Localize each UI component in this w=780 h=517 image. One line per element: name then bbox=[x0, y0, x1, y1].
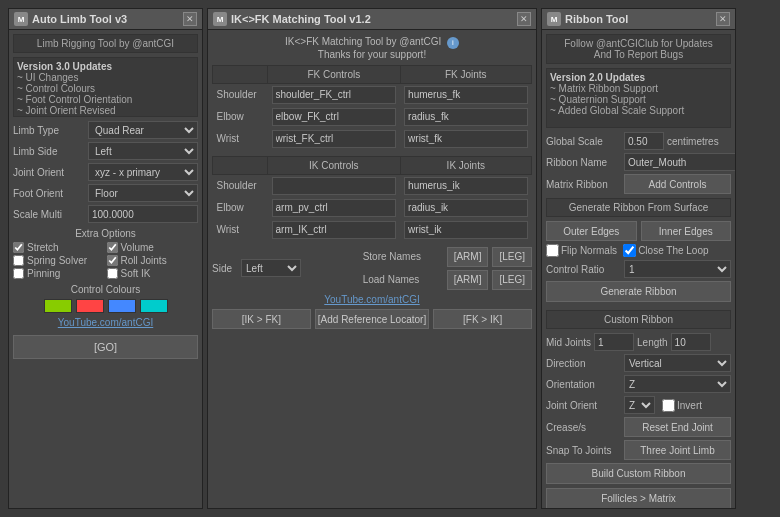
soft-ik-label: Soft IK bbox=[121, 268, 151, 279]
ik-shoulder-joint[interactable] bbox=[404, 177, 527, 195]
color-swatch-4[interactable] bbox=[140, 299, 168, 313]
store-leg-button[interactable]: [LEG] bbox=[492, 247, 532, 267]
add-controls-button[interactable]: Add Controls bbox=[624, 174, 731, 194]
flip-normals-row: Flip Normals Close The Loop bbox=[546, 244, 731, 257]
outer-edges-button[interactable]: Outer Edges bbox=[546, 221, 637, 241]
volume-label: Volume bbox=[121, 242, 154, 253]
fk-elbow-joint[interactable] bbox=[404, 108, 527, 126]
invert-checkbox[interactable] bbox=[662, 399, 675, 412]
ribbon-name-input[interactable] bbox=[624, 153, 735, 171]
fk-shoulder-joint[interactable] bbox=[404, 86, 527, 104]
direction-select[interactable]: Vertical Horizontal bbox=[624, 354, 731, 372]
youtube-link-2[interactable]: YouTube.com/antCGI bbox=[212, 294, 532, 305]
roll-joints-label: Roll Joints bbox=[121, 255, 167, 266]
pinning-checkbox-item: Pinning bbox=[13, 268, 105, 279]
ikfk-header: M IK<>FK Matching Tool v1.2 ✕ bbox=[208, 9, 536, 30]
side-label: Side bbox=[212, 263, 232, 274]
limb-side-select[interactable]: Left Right Center bbox=[88, 142, 198, 160]
stretch-label: Stretch bbox=[27, 242, 59, 253]
stretch-checkbox[interactable] bbox=[13, 242, 24, 253]
ik-wrist-joint[interactable] bbox=[404, 221, 527, 239]
fk-controls-header: FK Controls bbox=[268, 65, 401, 83]
roll-joints-checkbox[interactable] bbox=[107, 255, 118, 266]
control-ratio-select[interactable]: 1 2 3 bbox=[624, 260, 731, 278]
fk-wrist-joint[interactable] bbox=[404, 130, 527, 148]
subtitle-box: Limb Rigging Tool by @antCGI bbox=[13, 34, 198, 53]
three-joint-limb-button[interactable]: Three Joint Limb bbox=[624, 440, 731, 460]
build-custom-ribbon-button[interactable]: Build Custom Ribbon bbox=[546, 463, 731, 484]
add-ref-button[interactable]: [Add Reference Locator] bbox=[315, 309, 429, 329]
joint-orient-select[interactable]: xyz - x primary yzx - y primary bbox=[88, 163, 198, 181]
length-input[interactable] bbox=[671, 333, 711, 351]
info-icon[interactable]: i bbox=[447, 37, 459, 49]
auto-limb-content: Limb Rigging Tool by @antCGI Version 3.0… bbox=[9, 30, 202, 508]
fk-to-ik-button[interactable]: [FK > IK] bbox=[433, 309, 532, 329]
auto-limb-close[interactable]: ✕ bbox=[183, 12, 197, 26]
ribbon-title: Ribbon Tool bbox=[565, 13, 628, 25]
follicles-matrix-button[interactable]: Follicles > Matrix bbox=[546, 488, 731, 508]
mid-joints-input[interactable] bbox=[594, 333, 634, 351]
fk-wrist-row: Wrist bbox=[213, 128, 532, 150]
global-scale-input[interactable] bbox=[624, 132, 664, 150]
scale-multi-input[interactable]: 100.0000 bbox=[88, 205, 198, 223]
ik-wrist-ctrl[interactable] bbox=[272, 221, 397, 239]
ik-shoulder-ctrl[interactable] bbox=[272, 177, 397, 195]
invert-label: Invert bbox=[677, 400, 702, 411]
ribbon-logo: M bbox=[547, 12, 561, 26]
ik-joints-header: IK Joints bbox=[400, 156, 531, 174]
ik-shoulder-ctrl-cell bbox=[268, 174, 401, 197]
ik-elbow-row: Elbow bbox=[213, 197, 532, 219]
store-arm-button[interactable]: [ARM] bbox=[447, 247, 489, 267]
load-arm-button[interactable]: [ARM] bbox=[447, 270, 489, 290]
control-ratio-label: Control Ratio bbox=[546, 264, 621, 275]
ribbon-header-left: M Ribbon Tool bbox=[547, 12, 628, 26]
joint-orient-r-select[interactable]: Z X Y bbox=[624, 396, 655, 414]
control-colours-row bbox=[13, 299, 198, 313]
side-select[interactable]: Left Right Center bbox=[241, 259, 301, 277]
go-button[interactable]: [GO] bbox=[13, 335, 198, 359]
fk-shoulder-ctrl[interactable] bbox=[272, 86, 397, 104]
ribbon-header-line2: And To Report Bugs bbox=[550, 49, 727, 60]
color-swatch-3[interactable] bbox=[108, 299, 136, 313]
ik-elbow-joint[interactable] bbox=[404, 199, 527, 217]
custom-ribbon-title: Custom Ribbon bbox=[546, 310, 731, 329]
ik-wrist-ctrl-cell bbox=[268, 219, 401, 241]
orientation-select[interactable]: Z X Y bbox=[624, 375, 731, 393]
color-swatch-2[interactable] bbox=[76, 299, 104, 313]
limb-type-select[interactable]: Quad Rear Quad Front Biped bbox=[88, 121, 198, 139]
flip-normals-label: Flip Normals bbox=[561, 245, 617, 256]
ik-elbow-ctrl[interactable] bbox=[272, 199, 397, 217]
ikfk-header-line2: Thanks for your support! bbox=[318, 49, 426, 60]
joint-orient-row: Joint Orient Z X Y Invert bbox=[546, 396, 731, 414]
updates-box: Version 3.0 Updates ~ UI Changes ~ Contr… bbox=[13, 57, 198, 117]
reset-end-joint-button[interactable]: Reset End Joint bbox=[624, 417, 731, 437]
ikfk-close[interactable]: ✕ bbox=[517, 12, 531, 26]
soft-ik-checkbox[interactable] bbox=[107, 268, 118, 279]
global-scale-row: Global Scale centimetres bbox=[546, 132, 731, 150]
ribbon-close[interactable]: ✕ bbox=[716, 12, 730, 26]
close-loop-checkbox[interactable] bbox=[623, 244, 636, 257]
store-load-group: Store Names [ARM] [LEG] Load Names [ARM]… bbox=[363, 247, 532, 290]
snap-row: Snap To Joints Three Joint Limb bbox=[546, 440, 731, 460]
pinning-checkbox[interactable] bbox=[13, 268, 24, 279]
flip-normals-checkbox[interactable] bbox=[546, 244, 559, 257]
stretch-checkbox-item: Stretch bbox=[13, 242, 105, 253]
fk-shoulder-joint-cell bbox=[400, 83, 531, 106]
fk-wrist-joint-cell bbox=[400, 128, 531, 150]
inner-edges-button[interactable]: Inner Edges bbox=[641, 221, 732, 241]
global-scale-unit: centimetres bbox=[667, 136, 719, 147]
fk-wrist-ctrl[interactable] bbox=[272, 130, 397, 148]
spring-solver-checkbox[interactable] bbox=[13, 255, 24, 266]
extra-options-title: Extra Options bbox=[13, 228, 198, 239]
fk-elbow-ctrl[interactable] bbox=[272, 108, 397, 126]
load-leg-button[interactable]: [LEG] bbox=[492, 270, 532, 290]
ik-wrist-joint-cell bbox=[400, 219, 531, 241]
color-swatch-1[interactable] bbox=[44, 299, 72, 313]
ik-to-fk-button[interactable]: [IK > FK] bbox=[212, 309, 311, 329]
ribbon-panel: M Ribbon Tool ✕ Follow @antCGIClub for U… bbox=[541, 8, 736, 509]
ik-wrist-label: Wrist bbox=[213, 219, 268, 241]
foot-orient-select[interactable]: Floor World bbox=[88, 184, 198, 202]
gen-ribbon-button[interactable]: Generate Ribbon bbox=[546, 281, 731, 302]
youtube-link-1[interactable]: YouTube.com/antCGI bbox=[13, 317, 198, 328]
volume-checkbox[interactable] bbox=[107, 242, 118, 253]
